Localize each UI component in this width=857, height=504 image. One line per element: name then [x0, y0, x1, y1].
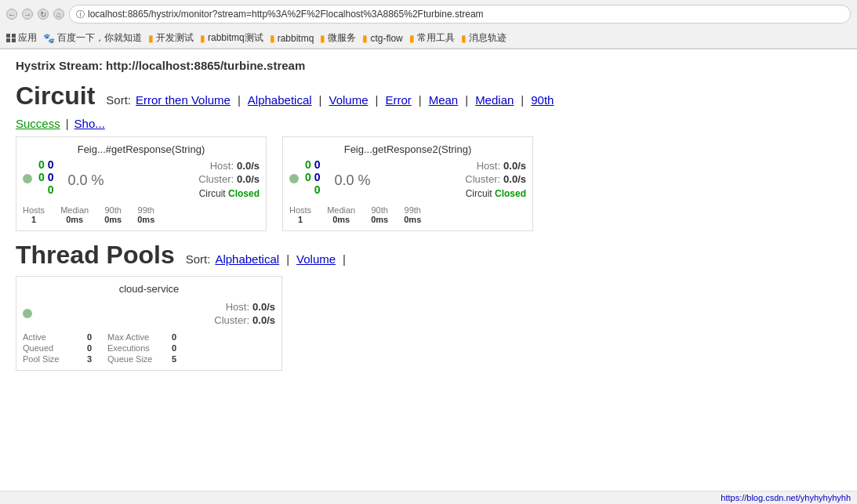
- card1-90th-value: 0ms: [104, 215, 122, 224]
- sort-success[interactable]: Success: [16, 117, 60, 130]
- card1-num-g3: 0: [48, 183, 54, 196]
- forward-button[interactable]: →: [22, 9, 33, 20]
- bookmark-msg[interactable]: ▮ 消息轨迹: [461, 31, 507, 45]
- card1-cluster-value: 0.0/s: [237, 173, 260, 185]
- card2-main: 0 0 0 0 0 0.0 %: [289, 158, 526, 202]
- thread-card-stats: Host: 0.0/s Cluster: 0.0/s: [38, 299, 275, 328]
- card2-cluster-value: 0.0/s: [503, 173, 526, 185]
- card2-num-g2: 0: [305, 171, 311, 183]
- card2-circuit-status: Closed: [495, 188, 526, 199]
- sort-volume[interactable]: Volume: [329, 93, 368, 107]
- browser-chrome: ← → ↻ ⌂ ⓘ localhost:8865/hystrix/monitor…: [0, 0, 857, 49]
- card2-cluster-label: Cluster:: [465, 173, 500, 185]
- bookmark-msg-label: 消息轨迹: [469, 31, 507, 45]
- pool-size-value: 3: [76, 354, 92, 364]
- card1-hosts: Hosts 1: [23, 205, 45, 224]
- bookmark-rabbitmq-test[interactable]: ▮ rabbitmq测试: [200, 31, 263, 45]
- card2-circuit-label: Circuit: [466, 188, 492, 199]
- card2-bottom: Hosts 1 Median 0ms 90th 0ms 99th 0ms: [289, 205, 526, 224]
- bookmark-baidu[interactable]: 🐾 百度一下，你就知道: [43, 31, 142, 45]
- sort-median[interactable]: Median: [475, 93, 514, 107]
- sort-90th[interactable]: 90th: [531, 93, 554, 107]
- card1-num-b1: 0: [48, 158, 54, 171]
- card1-median-value: 0ms: [66, 215, 83, 224]
- sort-mean[interactable]: Mean: [429, 93, 459, 107]
- circuit-header: Circuit Sort: Error then Volume | Alphab…: [16, 82, 841, 111]
- card1-pct: 0.0 %: [68, 172, 104, 189]
- card2-median-value: 0ms: [332, 215, 350, 224]
- card1-num-g1: 0: [38, 158, 45, 171]
- thread-pools-section: Thread Pools Sort: Alphabetical | Volume…: [16, 241, 841, 371]
- bookmark-apps-label: 应用: [18, 31, 37, 45]
- bookmark-rabbitmq-label: rabbitmq: [278, 33, 314, 44]
- card1-num-g2: 0: [38, 171, 45, 183]
- thread-card-title: cloud-service: [23, 283, 275, 295]
- stream-title: Hystrix Stream: http://localhost:8865/tu…: [16, 59, 841, 72]
- refresh-button[interactable]: ↻: [38, 9, 49, 20]
- thread-card-main: Host: 0.0/s Cluster: 0.0/s: [23, 299, 275, 328]
- executions-label: Executions: [107, 343, 154, 353]
- address-bar[interactable]: ⓘ localhost:8865/hystrix/monitor?stream=…: [69, 5, 851, 24]
- active-label: Active: [23, 332, 70, 342]
- card1-median-label: Median: [60, 205, 89, 215]
- max-active-label: Max Active: [107, 332, 154, 342]
- card1-host-label: Host:: [210, 160, 234, 172]
- bookmark-ctgflow[interactable]: ▮ ctg-flow: [362, 33, 402, 44]
- max-active-value: 0: [161, 332, 176, 342]
- bookmark-microservice[interactable]: ▮ 微服务: [320, 31, 356, 45]
- card1-title: Feig...#getResponse(String): [23, 143, 260, 155]
- back-button[interactable]: ←: [6, 9, 17, 20]
- queue-size-value: 5: [161, 354, 176, 364]
- thread-sort-volume[interactable]: Volume: [296, 252, 336, 266]
- card1-hosts-label: Hosts: [23, 205, 45, 215]
- bookmark-tools-label: 常用工具: [417, 31, 455, 45]
- card2-hosts-label: Hosts: [289, 205, 311, 215]
- thread-bottom-right: Max Active 0 Executions 0 Queue Size 5: [107, 332, 176, 364]
- bookmark-dev[interactable]: ▮ 开发测试: [148, 31, 194, 45]
- card1-cluster-label: Cluster:: [198, 173, 234, 185]
- card1-circuit-status: Closed: [228, 188, 260, 199]
- card2-status-circle: [289, 174, 299, 183]
- card1-stats: Host: 0.0/s Cluster: 0.0/s Circuit Close…: [111, 158, 260, 202]
- card2-host-value: 0.0/s: [503, 160, 526, 172]
- card2-hosts-value: 1: [298, 215, 303, 224]
- address-text: localhost:8865/hystrix/monitor?stream=ht…: [88, 9, 484, 20]
- bookmark-microservice-label: 微服务: [328, 31, 356, 45]
- bookmark-tools[interactable]: ▮ 常用工具: [409, 31, 455, 45]
- circuit-sort-row2: Success | Sho...: [16, 117, 841, 130]
- card2-99th-label: 99th: [405, 205, 421, 215]
- sort-error-volume[interactable]: Error then Volume: [136, 93, 231, 107]
- card2-90th: 90th 0ms: [371, 205, 388, 224]
- sort-error[interactable]: Error: [385, 93, 411, 107]
- card2-host-label: Host:: [477, 160, 500, 172]
- thread-host-label: Host:: [226, 301, 249, 313]
- card2-pct: 0.0 %: [335, 172, 371, 189]
- bookmark-rabbitmq[interactable]: ▮ rabbitmq: [270, 33, 314, 44]
- home-button[interactable]: ⌂: [53, 9, 64, 20]
- card2-num-g3: 0: [314, 183, 321, 196]
- card1-90th: 90th 0ms: [104, 205, 122, 224]
- card1-circuit-label: Circuit: [199, 188, 226, 199]
- card1-99th-value: 0ms: [137, 215, 154, 224]
- bookmark-baidu-label: 百度一下，你就知道: [57, 31, 142, 45]
- thread-pool-card: cloud-service Host: 0.0/s Cluster: 0.0/s: [16, 276, 282, 371]
- card1-num-b2: 0: [48, 171, 54, 183]
- card1-99th: 99th 0ms: [137, 205, 154, 224]
- card2-stats: Host: 0.0/s Cluster: 0.0/s Circuit Close…: [377, 158, 526, 202]
- bookmark-apps[interactable]: 应用: [6, 31, 37, 45]
- card1-hosts-value: 1: [31, 215, 36, 224]
- card1-host-value: 0.0/s: [237, 160, 260, 172]
- card1-median: Median 0ms: [60, 205, 89, 224]
- card1-status-circle: [23, 174, 32, 183]
- queued-value: 0: [76, 343, 92, 353]
- circuit-card-2: Feig...getResponse2(String) 0 0 0 0: [282, 136, 533, 231]
- bookmarks-bar: 应用 🐾 百度一下，你就知道 ▮ 开发测试 ▮ rabbitmq测试 ▮ rab…: [0, 28, 857, 49]
- sort-sho[interactable]: Sho...: [74, 117, 105, 130]
- bookmark-rabbitmq-test-label: rabbitmq测试: [208, 31, 263, 45]
- sort-alphabetical[interactable]: Alphabetical: [248, 93, 312, 107]
- queued-label: Queued: [23, 343, 70, 353]
- thread-card-bottom: Active 0 Queued 0 Pool Size 3 Max Active: [23, 332, 275, 364]
- thread-sort-alphabetical[interactable]: Alphabetical: [215, 252, 279, 266]
- circuit-sort-label: Sort:: [106, 93, 131, 107]
- circuit-card-1: Feig...#getResponse(String) 0 0 0 0: [16, 136, 267, 231]
